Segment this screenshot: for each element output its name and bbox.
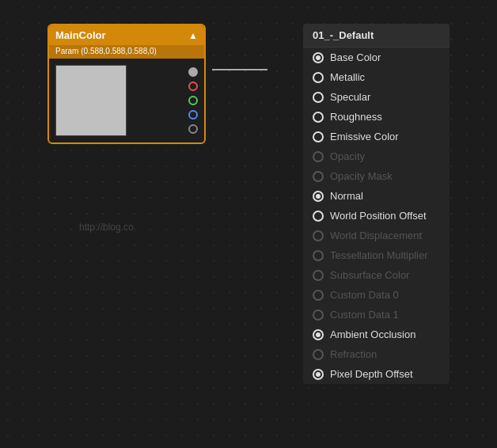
pin-dot-gray (188, 124, 198, 134)
panel-item-emissive-color[interactable]: Emissive Color (303, 127, 450, 146)
item-icon-1 (313, 72, 324, 83)
item-label-14: Ambient Occlusion (330, 328, 415, 340)
panel-item-pixel-depth-offset[interactable]: Pixel Depth Offset (303, 364, 450, 384)
panel-item-refraction[interactable]: Refraction (303, 344, 450, 364)
item-label-16: Pixel Depth Offset (330, 368, 413, 380)
item-icon-4 (313, 131, 324, 142)
node-pins (133, 65, 198, 136)
item-icon-8 (313, 211, 324, 222)
item-icon-15 (313, 349, 324, 360)
pin-blue[interactable] (188, 110, 198, 120)
item-label-8: World Position Offset (330, 210, 427, 222)
item-icon-13 (313, 309, 324, 321)
item-icon-3 (313, 112, 324, 123)
panel-item-custom-data-0[interactable]: Custom Data 0 (303, 285, 450, 305)
material-panel: 01_-_Default Base ColorMetallicSpecularR… (303, 24, 450, 384)
item-label-3: Roughness (330, 111, 382, 123)
panel-item-subsurface-color[interactable]: Subsurface Color (303, 265, 450, 285)
panel-item-normal[interactable]: Normal (303, 186, 450, 206)
item-label-2: Specular (330, 91, 370, 103)
panel-item-metallic[interactable]: Metallic (303, 67, 450, 87)
item-label-5: Opacity (330, 150, 365, 162)
item-icon-5 (313, 151, 324, 162)
item-label-4: Emissive Color (330, 131, 399, 142)
item-label-9: World Displacement (330, 230, 422, 241)
panel-item-ambient-occlusion[interactable]: Ambient Occlusion (303, 325, 450, 344)
node-title: MainColor (55, 29, 106, 41)
node-header: MainColor ▲ (49, 25, 204, 45)
pin-dot-red (188, 82, 198, 91)
item-icon-10 (313, 250, 324, 261)
panel-item-tessellation-multiplier[interactable]: Tessellation Multiplier (303, 245, 450, 265)
pin-dot-blue (188, 110, 198, 120)
pin-dot-green (188, 96, 198, 105)
pin-red[interactable] (188, 82, 198, 91)
item-label-1: Metallic (330, 71, 365, 83)
panel-item-opacity-mask[interactable]: Opacity Mask (303, 166, 450, 186)
panel-item-world-position-offset[interactable]: World Position Offset (303, 206, 450, 226)
node-expand-icon[interactable]: ▲ (188, 30, 198, 41)
panel-item-world-displacement[interactable]: World Displacement (303, 226, 450, 245)
item-icon-14 (313, 329, 324, 340)
pin-white[interactable] (188, 67, 198, 77)
pin-green[interactable] (188, 96, 198, 105)
item-icon-7 (313, 191, 324, 202)
panel-item-base-color[interactable]: Base Color (303, 47, 450, 67)
panel-item-custom-data-1[interactable]: Custom Data 1 (303, 305, 450, 325)
panel-item-opacity[interactable]: Opacity (303, 146, 450, 166)
node-preview (55, 65, 127, 136)
item-label-10: Tessellation Multiplier (330, 249, 428, 261)
item-icon-0 (313, 52, 324, 63)
item-label-6: Opacity Mask (330, 170, 393, 182)
item-icon-16 (313, 369, 324, 380)
item-icon-9 (313, 230, 324, 241)
pin-dot-white (188, 67, 198, 77)
item-label-7: Normal (330, 190, 363, 202)
panel-items: Base ColorMetallicSpecularRoughnessEmiss… (303, 47, 450, 384)
item-icon-2 (313, 92, 324, 103)
item-label-12: Custom Data 0 (330, 289, 399, 301)
panel-header: 01_-_Default (303, 24, 450, 47)
main-color-node[interactable]: MainColor ▲ Param (0.588,0.588,0.588,0) (47, 24, 206, 144)
watermark: http://blog.co (79, 222, 134, 233)
node-body (49, 59, 204, 142)
item-icon-6 (313, 171, 324, 182)
item-label-0: Base Color (330, 51, 381, 63)
item-label-15: Refraction (330, 348, 377, 360)
item-label-13: Custom Data 1 (330, 309, 399, 321)
panel-item-roughness[interactable]: Roughness (303, 107, 450, 127)
item-icon-11 (313, 270, 324, 281)
item-icon-12 (313, 290, 324, 301)
node-subtitle: Param (0.588,0.588,0.588,0) (49, 45, 204, 59)
pin-gray[interactable] (188, 124, 198, 134)
panel-item-specular[interactable]: Specular (303, 87, 450, 107)
item-label-11: Subsurface Color (330, 269, 409, 281)
